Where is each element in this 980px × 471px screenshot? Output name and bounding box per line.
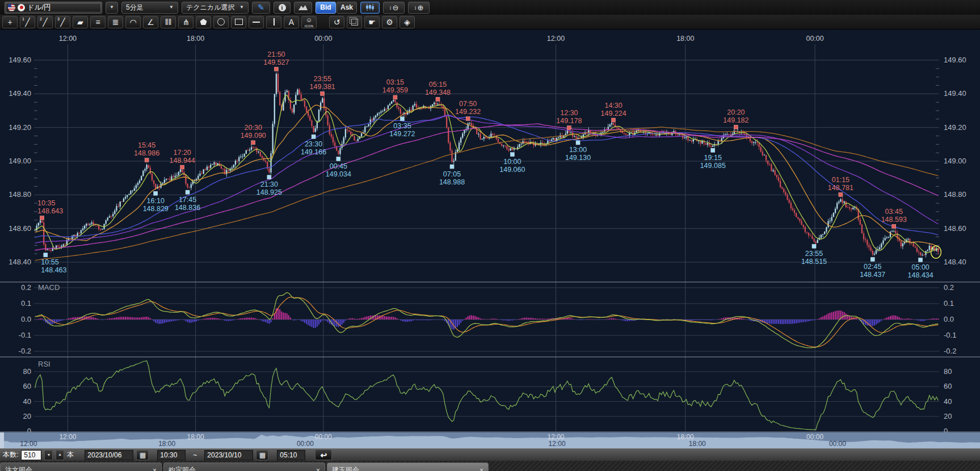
bar-unit-label: 本 <box>67 450 74 460</box>
close-icon[interactable]: × <box>316 466 320 471</box>
timeframe-label: 5分足 <box>126 3 144 12</box>
close-icon[interactable]: × <box>480 466 483 471</box>
bar-count-label: 本数: <box>3 450 18 460</box>
macd-pane-title: MACD <box>38 283 60 292</box>
tab-label: 注文照会 <box>5 465 32 471</box>
time-to-input[interactable] <box>277 450 305 460</box>
navigator: 12:0012:0018:0018:0000:0000:0012:0012:00… <box>0 432 980 448</box>
bar-count-down-button[interactable]: ▼ <box>44 450 53 460</box>
svg-text:13:00: 13:00 <box>569 146 587 154</box>
timeframe-select[interactable]: 5分足 ▼ <box>121 2 178 14</box>
area-chart-button[interactable] <box>294 2 312 14</box>
zoom-in-icon: ⊕ <box>418 3 424 12</box>
chevron-down-icon: ▼ <box>110 5 114 10</box>
bid-button[interactable]: Bid <box>316 2 336 14</box>
svg-text:149.00: 149.00 <box>944 157 966 165</box>
fib-arc-tool[interactable]: ◠ <box>125 16 141 28</box>
close-icon[interactable]: × <box>153 466 157 471</box>
svg-text:149.60: 149.60 <box>944 56 966 64</box>
date-from-input[interactable] <box>85 450 133 460</box>
date-to-input[interactable] <box>204 450 253 460</box>
pencil-icon: ✎ <box>258 3 264 12</box>
ask-button[interactable]: Ask <box>337 2 357 14</box>
svg-text:149.00: 149.00 <box>9 157 31 165</box>
pitchfork-tool[interactable]: ⋔ <box>178 16 194 28</box>
fib4-icon: ≣ <box>112 18 119 26</box>
svg-text:16:10: 16:10 <box>147 197 165 205</box>
arc-icon: ◠ <box>129 18 136 26</box>
svg-text:148.40: 148.40 <box>9 258 31 266</box>
svg-text:-0.1: -0.1 <box>944 331 956 339</box>
crosshair-tool[interactable]: + <box>2 16 18 28</box>
bar-count-input[interactable] <box>21 450 41 460</box>
hand-icon: ☛ <box>368 18 376 26</box>
svg-text:148.60: 148.60 <box>9 224 31 233</box>
currency-pair-label: ドル/円 <box>27 3 51 12</box>
drawing-toolbar: +╱1╱2╱3▰≡≣◠∠‖‖⋔A☺ICON↺☛⚙◈ <box>0 15 980 30</box>
chevron-down-icon: ▼ <box>169 5 174 10</box>
date-from-calendar-button[interactable]: ▦ <box>136 450 149 460</box>
undo-icon: ↺ <box>334 18 340 26</box>
rectangle-tool[interactable] <box>231 16 246 28</box>
ruler-icon: ▰ <box>77 18 83 26</box>
vertical-arrows-icon: ↕ <box>389 5 392 11</box>
svg-text:149.182: 149.182 <box>723 116 748 124</box>
undo-drawing-button[interactable]: ↺ <box>329 16 344 28</box>
svg-text:12:00: 12:00 <box>59 35 77 43</box>
technical-select-button[interactable]: テクニカル選択 ▼ <box>182 2 249 14</box>
svg-text:21:30: 21:30 <box>260 180 278 188</box>
settings-tool[interactable]: ⚙ <box>382 16 397 28</box>
svg-text:15:45: 15:45 <box>138 141 155 149</box>
svg-text:17:45: 17:45 <box>179 196 196 204</box>
zoom-out-button[interactable]: ↕ ⊖ <box>383 2 405 14</box>
svg-text:0.1: 0.1 <box>21 299 31 308</box>
draw-mode-button[interactable]: ✎ <box>252 2 270 14</box>
pentagon-tool[interactable] <box>196 16 211 28</box>
horizontal-line-tool[interactable] <box>249 16 264 28</box>
date-to-calendar-button[interactable]: ▦ <box>256 450 268 460</box>
bar-count-up-button[interactable]: ▼ <box>56 450 64 460</box>
svg-text:148.829: 148.829 <box>143 205 169 213</box>
svg-text:00:45: 00:45 <box>330 162 347 170</box>
ruler-tool[interactable]: ▰ <box>73 16 88 28</box>
info-button[interactable]: i <box>274 2 291 14</box>
trendline1-tool[interactable]: ╱1 <box>20 16 35 28</box>
time-from-input[interactable] <box>157 450 186 460</box>
trendline3-tool[interactable]: ╱3 <box>55 16 70 28</box>
apply-range-button[interactable]: ↩ <box>315 449 332 460</box>
svg-text:00:00: 00:00 <box>297 440 314 448</box>
svg-text:148.593: 148.593 <box>881 216 907 224</box>
icon-stamp-tool[interactable]: ☺ICON <box>301 16 317 28</box>
fib-timezone-tool[interactable]: ‖‖ <box>161 16 176 28</box>
svg-text:00:00: 00:00 <box>314 35 332 43</box>
candle-chart-type-button[interactable] <box>360 2 380 14</box>
copy-drawing-button[interactable] <box>347 16 362 28</box>
calendar-icon: ▦ <box>259 451 266 459</box>
pair-dropdown-button[interactable]: ▼ <box>106 2 118 14</box>
svg-text:10:00: 10:00 <box>503 158 521 166</box>
svg-text:0.1: 0.1 <box>944 299 954 308</box>
fan-lines-tool[interactable]: ∠ <box>143 16 158 28</box>
currency-pair-select[interactable]: ドル/円 <box>5 2 102 14</box>
circle-tool[interactable] <box>213 16 229 28</box>
pan-tool[interactable]: ☛ <box>364 16 380 28</box>
vertical-line-tool[interactable] <box>266 16 281 28</box>
tab-position-inquiry[interactable]: 建玉照会 × <box>327 462 489 471</box>
fib-expansion-tool[interactable]: ≣ <box>108 16 123 28</box>
trendline2-tool[interactable]: ╱2 <box>37 16 53 28</box>
vertical-line-tool-icon <box>274 18 275 26</box>
svg-text:12:00: 12:00 <box>20 440 37 448</box>
fib-retracement-tool[interactable]: ≡ <box>90 16 106 28</box>
svg-text:148.434: 148.434 <box>908 271 933 279</box>
range-separator: ~ <box>193 451 197 459</box>
tab-order-inquiry[interactable]: 注文照会 × <box>0 462 162 471</box>
eraser-tool[interactable]: ◈ <box>399 16 415 28</box>
svg-text:18:00: 18:00 <box>158 440 175 448</box>
fan-icon: ∠ <box>147 18 154 26</box>
tab-execution-inquiry[interactable]: 約定照会 × <box>163 462 325 471</box>
chart-canvas[interactable]: 149.60149.60149.40149.40149.20149.20149.… <box>0 30 980 448</box>
svg-text:149.359: 149.359 <box>382 86 408 94</box>
svg-text:148.781: 148.781 <box>828 184 853 192</box>
text-tool[interactable]: A <box>284 16 299 28</box>
zoom-in-button[interactable]: ↕ ⊕ <box>408 2 430 14</box>
